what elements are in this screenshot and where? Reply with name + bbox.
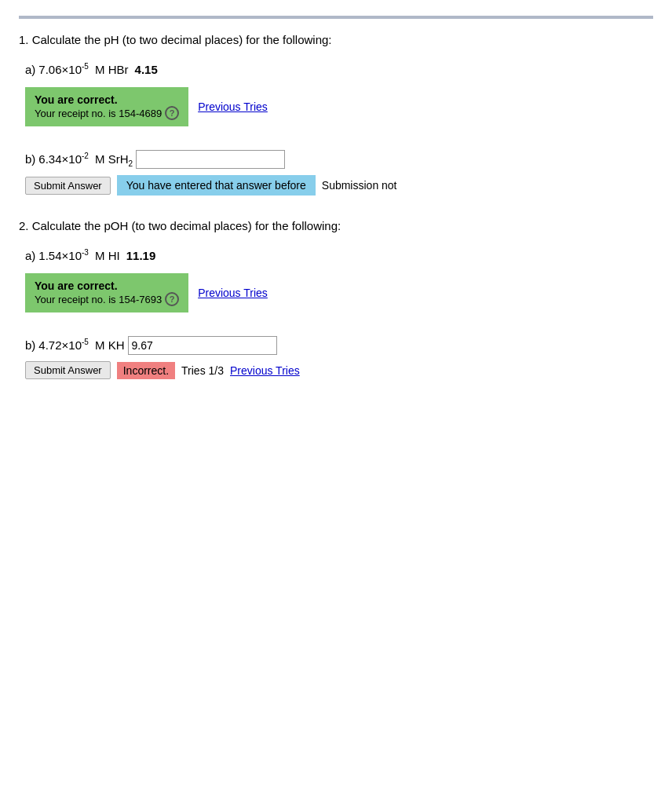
submit-row-q2b: Submit AnswerIncorrect. Tries 1/3 Previo… xyxy=(25,361,653,379)
receipt-text-q2a: Your receipt no. is 154-7693 xyxy=(35,294,162,305)
warning-box-q1b: You have entered that answer before xyxy=(117,175,316,196)
part-letter-q2a: a) xyxy=(25,249,35,262)
question-title-q1: 1. Calculate the pH (to two decimal plac… xyxy=(19,33,653,46)
answer-value-q2a: 11.19 xyxy=(126,249,156,262)
part-letter-q1b: b) xyxy=(25,152,35,166)
correct-row-q2a: You are correct.Your receipt no. is 154-… xyxy=(25,269,653,317)
part-label-q1b: b) 6.34×10-2 M SrH2 xyxy=(25,150,653,169)
question-title-q2: 2. Calculate the pOH (to two decimal pla… xyxy=(19,219,653,232)
help-icon-q1a[interactable]: ? xyxy=(165,106,179,120)
part-label-q1a: a) 7.06×10-5 M HBr4.15 xyxy=(25,62,653,76)
main-content: 1. Calculate the pH (to two decimal plac… xyxy=(19,33,653,379)
concentration-q1b: 6.34×10-2 xyxy=(38,152,89,166)
answer-input-q2b[interactable] xyxy=(128,336,277,355)
previous-tries-link-q1a[interactable]: Previous Tries xyxy=(198,100,268,113)
help-icon-q2a[interactable]: ? xyxy=(165,292,179,306)
correct-box-q2a: You are correct.Your receipt no. is 154-… xyxy=(25,273,188,312)
submit-button-q1b[interactable]: Submit Answer xyxy=(25,177,111,195)
answer-value-q1a: 4.15 xyxy=(135,63,158,76)
incorrect-badge-q2b: Incorrect. xyxy=(117,362,175,379)
question-q1: 1. Calculate the pH (to two decimal plac… xyxy=(19,33,653,196)
receipt-text-q1a: Your receipt no. is 154-4689 xyxy=(35,108,162,119)
concentration-q2b: 4.72×10-5 xyxy=(38,338,89,352)
submission-note-q1b: Submission not xyxy=(322,179,397,192)
receipt-q1a: Your receipt no. is 154-4689? xyxy=(35,106,179,120)
question-q2: 2. Calculate the pOH (to two decimal pla… xyxy=(19,219,653,379)
part-letter-q2b: b) xyxy=(25,338,35,352)
part-label-q2a: a) 1.54×10-3 M HI11.19 xyxy=(25,248,653,262)
correct-box-q1a: You are correct.Your receipt no. is 154-… xyxy=(25,87,188,126)
compound-q2a: M HI xyxy=(92,249,120,262)
compound-q2b: M KH xyxy=(92,338,125,352)
concentration-q1a: 7.06×10-5 xyxy=(38,62,89,76)
part-letter-q1a: a) xyxy=(25,63,35,76)
part-q2a: a) 1.54×10-3 M HI11.19You are correct.Yo… xyxy=(19,248,653,317)
previous-tries-link-q2a[interactable]: Previous Tries xyxy=(198,287,268,299)
part-label-q2b: b) 4.72×10-5 M KH xyxy=(25,336,653,355)
receipt-q2a: Your receipt no. is 154-7693? xyxy=(35,292,179,306)
tries-text-q2b: Tries 1/3 xyxy=(181,364,224,377)
top-border xyxy=(19,16,653,19)
compound-q1b: M SrH2 xyxy=(92,152,133,168)
submit-row-q1b: Submit AnswerYou have entered that answe… xyxy=(25,175,653,196)
part-q1a: a) 7.06×10-5 M HBr4.15You are correct.Yo… xyxy=(19,62,653,131)
part-q1b: b) 6.34×10-2 M SrH2Submit AnswerYou have… xyxy=(19,150,653,196)
correct-title-q2a: You are correct. xyxy=(35,280,179,292)
answer-input-q1b[interactable] xyxy=(136,150,285,169)
submit-button-q2b[interactable]: Submit Answer xyxy=(25,361,111,379)
correct-row-q1a: You are correct.Your receipt no. is 154-… xyxy=(25,82,653,131)
concentration-q2a: 1.54×10-3 xyxy=(38,248,89,262)
previous-tries-link-q2b[interactable]: Previous Tries xyxy=(230,364,300,377)
compound-q1a: M HBr xyxy=(92,63,129,76)
correct-title-q1a: You are correct. xyxy=(35,93,179,106)
part-q2b: b) 4.72×10-5 M KHSubmit AnswerIncorrect.… xyxy=(19,336,653,379)
